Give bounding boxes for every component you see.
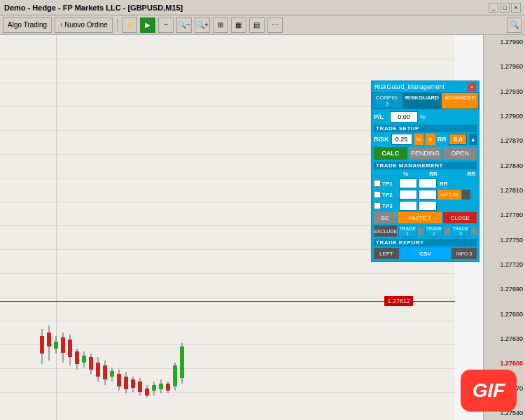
price-10: 1.27720	[486, 261, 523, 268]
trade1-indicator	[418, 227, 424, 234]
tp1-row: TP1 RR	[374, 178, 477, 188]
trade1-button[interactable]: TRADE 1	[398, 225, 416, 237]
toolbar-icon-7[interactable]: ▦	[231, 18, 246, 33]
svg-rect-3	[47, 332, 51, 346]
svg-rect-5	[54, 342, 58, 349]
svg-rect-39	[173, 365, 177, 386]
svg-rect-1	[40, 336, 44, 354]
risk-input[interactable]	[391, 134, 412, 145]
toolbar-icon-5[interactable]: 🔍+	[195, 18, 210, 33]
tp2-checkbox[interactable]	[374, 191, 381, 198]
toolbar-icon-6[interactable]: ⊞	[213, 18, 228, 33]
maximize-button[interactable]: □	[500, 3, 510, 13]
auto-be-extra[interactable]	[462, 190, 470, 200]
risk-row: RISK % $ RR ▲	[374, 134, 477, 145]
tp3-rr-input[interactable]	[419, 201, 437, 211]
svg-rect-17	[96, 363, 100, 377]
rr-input[interactable]	[449, 134, 467, 145]
action-row: CALC PENDING OPEN	[374, 147, 477, 160]
tp1-rr-input[interactable]	[419, 178, 437, 188]
info-button[interactable]: INFO 0	[451, 248, 477, 259]
price-11: 1.27690	[486, 286, 523, 293]
search-button[interactable]: 🔍	[507, 18, 522, 33]
pa-label: P/L	[374, 113, 388, 120]
algo-trading-label: Algo Trading	[8, 21, 47, 29]
col-rr-label: RR	[429, 171, 438, 177]
price-12: 1.27660	[486, 311, 523, 318]
be-button[interactable]: BE	[374, 212, 396, 223]
bottom-action-row: BE PASTE 1 CLOSE	[374, 212, 477, 223]
price-line-label: 1.27612	[384, 296, 413, 306]
tp3-checkbox[interactable]	[374, 202, 381, 209]
svg-rect-41	[180, 346, 184, 378]
panel-title: RiskGuard_Management	[374, 83, 444, 90]
svg-rect-11	[75, 351, 79, 364]
nuovo-ordine-button[interactable]: ↑ Nuovo Ordine	[55, 18, 113, 33]
tp3-pct-input[interactable]	[399, 201, 417, 211]
price-9: 1.27750	[486, 237, 523, 244]
risk-pct-button[interactable]: %	[414, 134, 424, 145]
tp2-pct-input[interactable]	[399, 190, 417, 200]
pa-input[interactable]	[390, 111, 418, 122]
col-rr2-label: RR	[467, 171, 475, 177]
trade-row: EXCLUDE TRADE 1 TRADE 2 TRADE 3	[374, 225, 477, 237]
tp1-rr-label: RR	[440, 181, 448, 187]
window-controls: _ □ ×	[489, 3, 521, 13]
toolbar-icon-8[interactable]: ▤	[249, 18, 265, 33]
paste1-button[interactable]: PASTE 1	[398, 212, 442, 223]
auto-be-button[interactable]: AUTO BE	[438, 190, 461, 200]
panel-close-button[interactable]: ×	[468, 83, 476, 91]
svg-rect-15	[89, 357, 93, 370]
toolbar-icon-4[interactable]: 🔍−	[176, 18, 192, 33]
close-trade-button[interactable]: CLOSE	[443, 212, 477, 223]
tp3-label: TP3	[382, 203, 398, 209]
price-4: 1.27900	[486, 113, 523, 120]
gif-badge: GIF	[461, 370, 517, 412]
close-button[interactable]: ×	[511, 3, 521, 13]
csv-button[interactable]: CSV	[400, 248, 451, 259]
toolbar-icon-1[interactable]: ⚡	[122, 18, 137, 33]
toolbar-icon-9[interactable]: ⋯	[267, 18, 283, 33]
exclude-button[interactable]: EXCLUDE	[374, 225, 397, 237]
rr-spin-button[interactable]: ▲	[469, 134, 477, 145]
tp1-label: TP1	[382, 181, 398, 187]
panel-tab-config[interactable]: CONFIG. 3	[372, 92, 403, 109]
price-6: 1.27840	[486, 162, 523, 169]
pending-button[interactable]: PENDING	[409, 147, 442, 160]
price-14: 1.27600	[486, 360, 523, 367]
panel-tab-riskguard[interactable]: RISKGUARD	[403, 92, 441, 109]
price-13: 1.27630	[486, 335, 523, 342]
trade2-button[interactable]: TRADE 2	[425, 225, 443, 237]
svg-rect-25	[124, 377, 128, 389]
pa-pct: %	[420, 113, 426, 120]
minimize-button[interactable]: _	[489, 3, 498, 13]
col-pct-label: %	[403, 171, 408, 177]
trade3-button[interactable]: TRADE 3	[451, 225, 470, 237]
panel-content: P/L % TRADE SETUP RISK % $ RR ▲ CALC PEN…	[372, 109, 479, 261]
tp1-pct-input[interactable]	[399, 178, 417, 188]
calc-button[interactable]: CALC	[374, 147, 407, 160]
rr-label: RR	[438, 136, 447, 143]
svg-rect-13	[82, 356, 86, 363]
tp2-rr-input[interactable]	[419, 190, 437, 200]
tp2-label: TP2	[382, 192, 398, 198]
price-5: 1.27870	[486, 137, 523, 144]
panel-tab-advanced[interactable]: ADVANCED	[441, 92, 479, 109]
pa-row: P/L %	[374, 111, 477, 122]
left-button[interactable]: LEFT	[374, 248, 399, 259]
svg-rect-27	[131, 379, 135, 388]
title-bar: Demo - Hedge - FP Markets LLC - [GBPUSD,…	[0, 0, 525, 15]
algo-trading-button[interactable]: Algo Trading	[3, 18, 52, 33]
panel-tabs: CONFIG. 3 RISKGUARD ADVANCED	[372, 92, 479, 109]
trade-export-label: TRADE EXPORT	[374, 239, 477, 246]
toolbar-icon-2[interactable]: ▶	[140, 18, 155, 33]
price-axis: 1.27990 1.27960 1.27930 1.27900 1.27870 …	[483, 35, 525, 420]
price-3: 1.27930	[486, 88, 523, 95]
open-button[interactable]: OPEN	[443, 147, 477, 160]
svg-rect-31	[145, 388, 149, 396]
toolbar-icon-3[interactable]: ~	[158, 18, 174, 33]
price-2: 1.27960	[486, 63, 523, 70]
tp1-checkbox[interactable]	[374, 180, 381, 187]
mgmt-header: % RR RR	[374, 171, 477, 177]
risk-dollar-button[interactable]: $	[426, 134, 435, 145]
